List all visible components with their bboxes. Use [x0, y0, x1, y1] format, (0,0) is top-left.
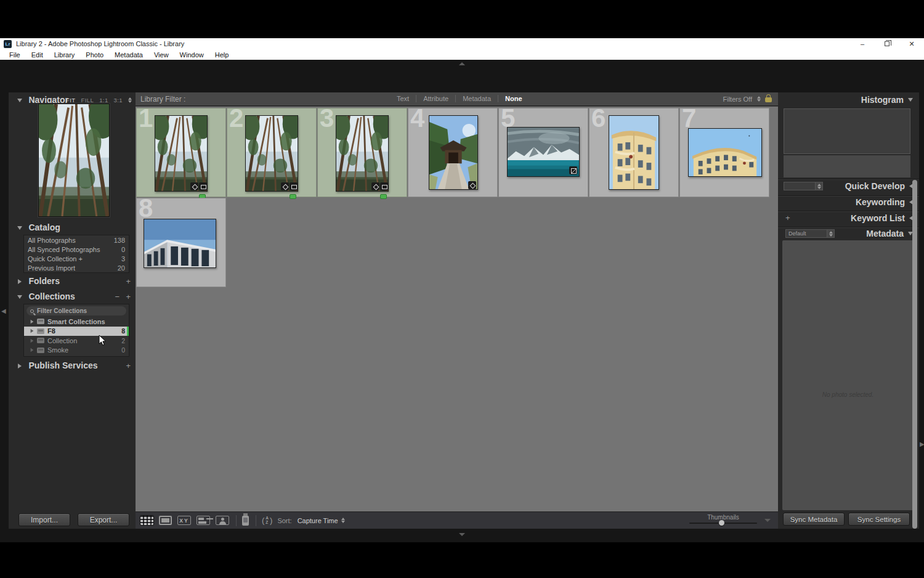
green-color-label-badge[interactable] — [290, 194, 296, 199]
filters-state-stepper-icon[interactable] — [757, 96, 761, 102]
catalog-previous-import[interactable]: Previous Import 20 — [24, 263, 129, 272]
catalog-item-label: All Photographs — [28, 237, 76, 244]
add-folder-button[interactable]: + — [126, 277, 131, 285]
menu-view[interactable]: View — [148, 51, 174, 59]
photo-cell-7[interactable]: 7 — [679, 108, 769, 197]
histogram-display[interactable] — [784, 108, 910, 154]
bottom-panel-collapse-arrow[interactable] — [459, 533, 465, 536]
keyword-badge-icon[interactable] — [190, 182, 198, 190]
photo-cell-3[interactable]: 3 — [317, 108, 407, 197]
export-button[interactable]: Export... — [78, 513, 129, 526]
people-view-button[interactable] — [216, 516, 229, 525]
filter-metadata[interactable]: Metadata — [455, 95, 491, 102]
filters-state-dropdown[interactable]: Filters Off — [723, 96, 752, 103]
grid-view-button[interactable] — [140, 516, 153, 525]
collection-f8[interactable]: F8 8 — [24, 327, 129, 336]
remove-collection-button[interactable]: − — [115, 293, 120, 301]
add-collection-button[interactable]: + — [126, 293, 131, 301]
add-keyword-button[interactable]: + — [785, 214, 790, 222]
quick-develop-preset-dropdown[interactable] — [784, 182, 823, 190]
collections-header[interactable]: Collections − + — [9, 291, 136, 303]
zoom-1-1[interactable]: 1:1 — [99, 97, 108, 104]
histogram-title: Histogram — [861, 95, 904, 105]
menu-edit[interactable]: Edit — [26, 51, 49, 59]
collection-collection[interactable]: Collection 2 — [24, 336, 129, 346]
slider-thumb[interactable] — [719, 520, 724, 526]
painter-tool-icon[interactable] — [242, 516, 249, 526]
publish-services-header[interactable]: Publish Services + — [9, 360, 136, 372]
zoom-stepper-icon[interactable] — [128, 97, 132, 103]
zoom-3-1[interactable]: 3:1 — [114, 97, 123, 104]
menu-window[interactable]: Window — [174, 51, 209, 59]
menu-photo[interactable]: Photo — [80, 51, 109, 59]
photo-cell-8[interactable]: 8 — [136, 198, 226, 287]
keyword-badge-icon[interactable] — [281, 182, 289, 190]
loupe-view-button[interactable] — [159, 516, 172, 525]
photo-thumbnail-yellow-building[interactable] — [609, 115, 659, 190]
restore-button[interactable] — [875, 38, 899, 49]
metadata-preset-dropdown[interactable]: Default — [785, 229, 835, 238]
photo-cell-1[interactable]: 1 — [136, 108, 226, 197]
sort-direction-button[interactable]: ( AZ ) — [262, 516, 272, 525]
menu-file[interactable]: File — [4, 51, 26, 59]
photo-thumbnail-modern-building[interactable] — [144, 219, 216, 268]
collection-smoke[interactable]: Smoke 0 — [24, 346, 129, 356]
add-publish-service-button[interactable]: + — [126, 362, 131, 370]
keyword-badge-icon[interactable] — [371, 182, 379, 190]
keyword-badge-icon[interactable] — [468, 181, 476, 189]
metadata-header[interactable]: Metadata — [866, 229, 913, 238]
filter-none[interactable]: None — [498, 95, 522, 102]
minimize-button[interactable]: – — [850, 38, 875, 49]
crop-badge-icon[interactable] — [569, 166, 577, 174]
left-panel-collapse-arrow[interactable]: ◀ — [1, 308, 6, 314]
catalog-header[interactable]: Catalog — [9, 222, 136, 234]
photo-cell-4[interactable]: 4 — [408, 108, 498, 197]
filter-attribute[interactable]: Attribute — [416, 95, 448, 102]
collection-icon — [37, 338, 44, 343]
quick-develop-header[interactable]: Quick Develop — [845, 181, 913, 191]
folders-header[interactable]: Folders + — [9, 275, 136, 288]
grid-view-area[interactable]: 1 2 3 4 — [136, 107, 778, 511]
photo-thumbnail-pine-forest[interactable] — [336, 115, 389, 192]
menu-library[interactable]: Library — [49, 51, 81, 59]
sort-stepper-icon[interactable] — [341, 518, 345, 523]
sort-value-dropdown[interactable]: Capture Time — [298, 517, 338, 524]
zoom-fit[interactable]: FIT — [66, 97, 75, 104]
close-button[interactable]: ✕ — [899, 38, 924, 49]
toolbar-options-arrow[interactable] — [764, 519, 771, 522]
filter-text[interactable]: Text — [397, 95, 409, 102]
catalog-all-synced-photographs[interactable]: All Synced Photographs 0 — [24, 245, 129, 254]
zoom-fill[interactable]: FILL — [81, 97, 94, 104]
catalog-all-photographs[interactable]: All Photographs 138 — [24, 235, 129, 245]
histogram-header[interactable]: Histogram — [861, 95, 913, 105]
import-button[interactable]: Import... — [18, 513, 70, 526]
survey-view-button[interactable] — [197, 516, 210, 525]
navigator-preview[interactable] — [38, 104, 110, 217]
filter-lock-icon[interactable] — [765, 97, 772, 102]
collection-badge-icon[interactable] — [380, 182, 388, 190]
top-panel-collapse-arrow[interactable] — [459, 62, 465, 65]
catalog-quick-collection[interactable]: Quick Collection + 3 — [24, 254, 129, 263]
filter-collections-input[interactable]: Filter Collections — [26, 306, 126, 315]
right-panel-collapse-arrow[interactable]: ▶ — [920, 441, 924, 447]
sync-metadata-button[interactable]: Sync Metadata — [783, 513, 845, 526]
collection-badge-icon[interactable] — [199, 182, 207, 190]
keywording-header[interactable]: Keywording — [856, 197, 913, 207]
photo-thumbnail-pine-forest[interactable] — [155, 115, 208, 192]
photo-cell-5[interactable]: 5 — [498, 108, 588, 197]
collection-smart-collections[interactable]: Smart Collections — [24, 317, 129, 327]
sync-settings-button[interactable]: Sync Settings — [848, 513, 910, 526]
right-panel-scrollbar[interactable] — [912, 180, 917, 529]
photo-cell-2[interactable]: 2 — [227, 108, 317, 197]
collection-badge-icon[interactable] — [290, 182, 298, 190]
compare-view-button[interactable]: XY — [177, 516, 191, 525]
photo-thumbnail-pine-forest[interactable] — [245, 115, 298, 192]
photo-cell-6[interactable]: 6 — [589, 108, 679, 197]
photo-thumbnail-yellow-building-wide[interactable] — [688, 128, 762, 177]
menu-metadata[interactable]: Metadata — [109, 51, 148, 59]
menu-help[interactable]: Help — [209, 51, 235, 59]
thumbnail-size-slider[interactable] — [689, 523, 757, 524]
keyword-list-header[interactable]: Keyword List — [851, 213, 913, 223]
photo-thumbnail-temple-path[interactable] — [429, 115, 478, 190]
green-color-label-badge[interactable] — [380, 194, 387, 199]
